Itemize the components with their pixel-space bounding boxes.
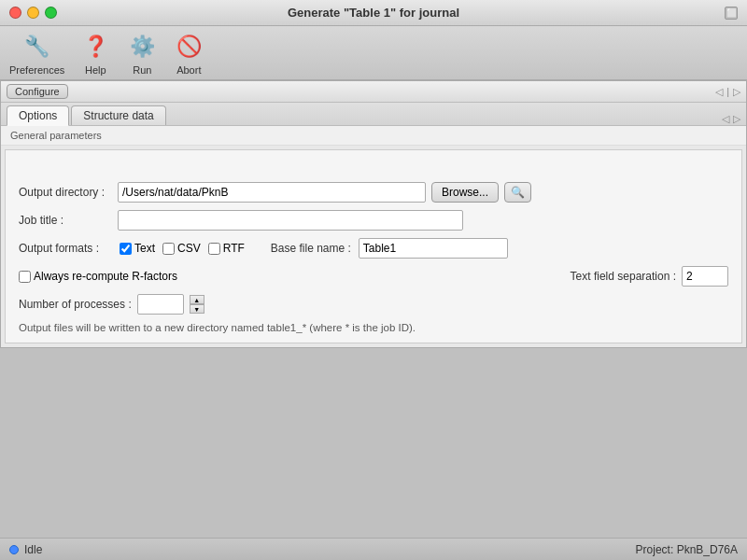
format-csv-checkbox[interactable]: [162, 243, 175, 255]
always-recompute-checkbox[interactable]: [19, 271, 31, 283]
minimize-button[interactable]: [27, 7, 39, 19]
output-note: Output files will be written to a new di…: [19, 322, 728, 333]
tabs-bar: Options Structure data ◁ ▷: [1, 103, 746, 126]
num-processes-label: Number of processes :: [19, 298, 132, 311]
output-directory-row: Output directory : Browse... 🔍: [19, 182, 728, 203]
title-bar: Generate "Table 1" for journal ⬜: [0, 0, 747, 26]
output-formats-label: Output formats :: [19, 242, 112, 255]
status-text: Idle: [24, 543, 42, 556]
job-title-label: Job title :: [19, 214, 112, 227]
nav-right-arrow[interactable]: ▷: [733, 86, 740, 98]
tab-structure-data[interactable]: Structure data: [71, 105, 165, 125]
format-rtf-item[interactable]: RTF: [208, 242, 245, 255]
magnify-button[interactable]: 🔍: [504, 182, 531, 203]
output-formats-row: Output formats : Text CSV RTF Base file …: [19, 238, 728, 259]
run-icon: ⚙️: [126, 31, 158, 63]
spinner-up-button[interactable]: ▲: [190, 295, 204, 304]
abort-label: Abort: [176, 64, 201, 76]
tab-nav-arrows: ◁ ▷: [722, 113, 740, 125]
configure-header: Configure ◁ | ▷: [1, 81, 746, 103]
format-csv-label: CSV: [177, 242, 201, 255]
run-label: Run: [133, 64, 151, 76]
status-bar: Idle Project: PknB_D76A: [0, 538, 747, 560]
nav-separator: |: [726, 86, 729, 98]
num-processes-row: Number of processes : ▲ ▼: [19, 294, 728, 315]
output-directory-label: Output directory :: [19, 186, 112, 199]
configure-panel: Configure ◁ | ▷ Options Structure data ◁…: [0, 80, 747, 348]
toolbar: 🔧 Preferences ❓ Help ⚙️ Run 🚫 Abort: [0, 26, 747, 80]
format-rtf-checkbox[interactable]: [208, 243, 220, 255]
job-title-input[interactable]: [118, 210, 463, 231]
format-text-label: Text: [134, 242, 155, 255]
text-sep-input[interactable]: [682, 266, 728, 287]
tab-nav-right[interactable]: ▷: [733, 113, 740, 125]
output-directory-input[interactable]: [118, 182, 426, 203]
spinner: ▲ ▼: [190, 295, 204, 314]
format-text-item[interactable]: Text: [120, 242, 155, 255]
form-area: Output directory : Browse... 🔍 Job title…: [5, 149, 742, 343]
tab-nav-left[interactable]: ◁: [722, 113, 729, 125]
run-toolbar-item[interactable]: ⚙️ Run: [126, 31, 158, 76]
spinner-down-button[interactable]: ▼: [190, 304, 204, 314]
text-sep-row: Text field separation :: [571, 266, 728, 287]
preferences-toolbar-item[interactable]: 🔧 Preferences: [9, 31, 64, 76]
always-recompute-label: Always re-compute R-factors: [34, 270, 177, 283]
text-sep-label: Text field separation :: [571, 270, 676, 283]
format-csv-item[interactable]: CSV: [162, 242, 201, 255]
window-resize-button[interactable]: ⬜: [725, 7, 738, 20]
info-text: [19, 160, 728, 171]
base-file-name-label: Base file name :: [271, 242, 351, 255]
maximize-button[interactable]: [45, 7, 57, 19]
help-label: Help: [85, 64, 106, 76]
help-toolbar-item[interactable]: ❓ Help: [79, 31, 111, 76]
tab-options[interactable]: Options: [7, 105, 69, 126]
project-text: Project: PknB_D76A: [636, 543, 738, 556]
window-controls: [9, 7, 57, 19]
num-processes-input[interactable]: [137, 294, 184, 315]
browse-button[interactable]: Browse...: [431, 182, 499, 203]
nav-arrows: ◁ | ▷: [715, 86, 740, 98]
section-title: General parameters: [10, 130, 102, 141]
format-rtf-label: RTF: [223, 242, 245, 255]
configure-button[interactable]: Configure: [7, 84, 68, 99]
section-header: General parameters: [1, 126, 746, 146]
format-text-checkbox[interactable]: [120, 243, 132, 255]
help-icon: ❓: [79, 31, 111, 63]
status-left: Idle: [9, 543, 42, 556]
nav-left-arrow[interactable]: ◁: [715, 86, 723, 98]
preferences-label: Preferences: [9, 64, 64, 76]
abort-toolbar-item[interactable]: 🚫 Abort: [173, 31, 204, 76]
combined-row: Always re-compute R-factors Text field s…: [19, 266, 728, 287]
abort-icon: 🚫: [173, 31, 204, 63]
window-title: Generate "Table 1" for journal: [288, 6, 459, 20]
close-button[interactable]: [9, 7, 21, 19]
status-indicator: [9, 545, 19, 554]
preferences-icon: 🔧: [21, 31, 53, 63]
job-title-row: Job title :: [19, 210, 728, 231]
tabs-left: Options Structure data: [7, 105, 166, 125]
base-file-name-input[interactable]: [359, 238, 508, 259]
always-recompute-item[interactable]: Always re-compute R-factors: [19, 270, 177, 283]
